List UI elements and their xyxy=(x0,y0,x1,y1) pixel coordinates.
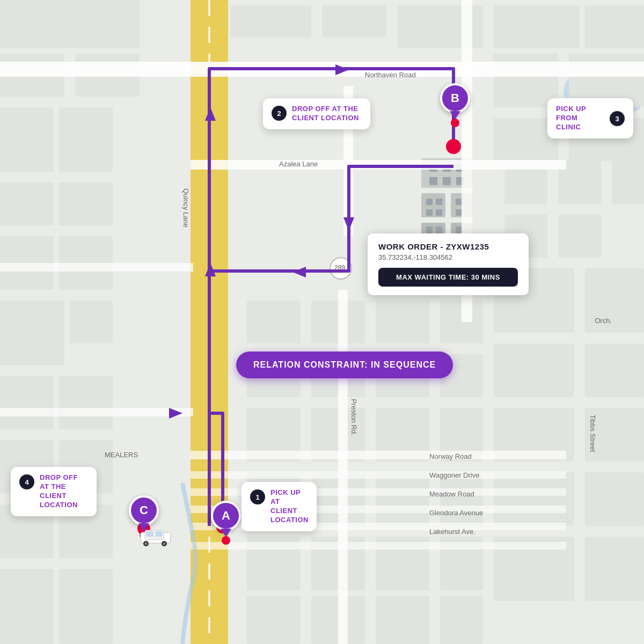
svg-rect-98 xyxy=(338,290,348,644)
svg-rect-48 xyxy=(585,268,644,333)
quincy-lane-label: Quincy Lane xyxy=(182,188,190,228)
svg-rect-76 xyxy=(440,472,483,526)
vehicle-icon xyxy=(140,528,172,546)
svg-rect-23 xyxy=(456,199,462,205)
svg-point-127 xyxy=(163,543,166,545)
svg-rect-40 xyxy=(70,301,113,343)
callout-dropoff-client-bottom: 4 DROP OFF AT THE CLIENT LOCATION xyxy=(11,467,97,516)
svg-rect-49 xyxy=(494,343,574,397)
relation-constraint-banner: RELATION CONSTRAINT: IN SEQUENCE xyxy=(236,352,453,378)
svg-rect-91 xyxy=(558,215,601,258)
svg-rect-25 xyxy=(436,209,442,216)
svg-rect-83 xyxy=(247,596,301,644)
svg-rect-89 xyxy=(612,161,644,204)
work-order-waiting-time: MAX WAITING TIME: 30 MINS xyxy=(378,268,518,287)
svg-rect-61 xyxy=(0,569,54,644)
svg-rect-69 xyxy=(376,301,429,343)
svg-rect-19 xyxy=(443,177,451,185)
northaven-road-label: Northaven Road xyxy=(365,71,416,79)
svg-point-125 xyxy=(145,543,148,545)
svg-rect-5 xyxy=(322,5,386,38)
marker-A: A xyxy=(211,501,241,545)
work-order-coords: 35.732234,-118.304562 xyxy=(378,253,518,261)
callout-pickup-client: 1 PICK UP AT CLIENT LOCATION xyxy=(241,482,317,531)
preston-road-label: Preston Rd. xyxy=(350,399,358,436)
callout-2-text: DROP OFF AT THE CLIENT LOCATION xyxy=(292,105,362,123)
callout-1-text: PICK UP AT CLIENT LOCATION xyxy=(270,488,309,525)
svg-rect-50 xyxy=(585,343,644,397)
svg-rect-123 xyxy=(156,531,162,537)
svg-rect-8 xyxy=(585,5,644,48)
svg-rect-122 xyxy=(146,531,153,537)
callout-4-text: DROP OFF AT THE CLIENT LOCATION xyxy=(40,473,88,510)
callout-3-text: PICK UP FROM CLINIC xyxy=(556,105,604,132)
azalea-lane-label: Azalea Lane xyxy=(279,160,318,168)
route-289-label: 289 xyxy=(334,264,345,272)
svg-rect-28 xyxy=(436,226,442,234)
callout-dropoff-client-top: 2 DROP OFF AT THE CLIENT LOCATION xyxy=(263,98,370,129)
svg-rect-99 xyxy=(0,263,193,272)
svg-rect-33 xyxy=(0,107,54,172)
tibbs-street-label: Tibbs Street xyxy=(589,415,597,452)
svg-rect-53 xyxy=(494,472,574,526)
svg-rect-94 xyxy=(0,62,644,77)
callout-1-number: 1 xyxy=(250,489,265,504)
svg-rect-96 xyxy=(191,160,566,170)
glendora-avenue-label: Glendora Avenue xyxy=(429,509,483,517)
svg-rect-75 xyxy=(376,472,429,526)
work-order-title: WORK ORDER - ZYXW1235 xyxy=(378,242,518,251)
callout-2-number: 2 xyxy=(272,106,287,121)
orchard-label: Orch. xyxy=(595,317,612,325)
svg-rect-86 xyxy=(440,596,483,644)
svg-rect-35 xyxy=(0,182,54,225)
waggoner-drive-label: Waggoner Drive xyxy=(429,471,479,479)
svg-rect-54 xyxy=(585,472,644,526)
svg-rect-26 xyxy=(456,209,462,216)
svg-rect-18 xyxy=(429,177,437,185)
marker-B: B xyxy=(440,83,470,127)
marker-A-circle: A xyxy=(211,501,241,531)
svg-rect-41 xyxy=(0,376,54,429)
svg-rect-4 xyxy=(231,5,311,38)
marker-A-dot xyxy=(222,536,230,545)
svg-rect-100 xyxy=(0,408,193,416)
svg-rect-63 xyxy=(247,301,301,343)
svg-rect-24 xyxy=(426,209,433,216)
svg-rect-56 xyxy=(585,537,644,601)
svg-rect-34 xyxy=(59,107,113,172)
svg-rect-42 xyxy=(59,376,113,429)
svg-rect-7 xyxy=(494,5,580,48)
callout-pickup-clinic: PICK UP FROM CLINIC 3 xyxy=(547,98,633,138)
svg-rect-102 xyxy=(191,471,566,479)
svg-rect-39 xyxy=(0,301,64,365)
callout-4-number: 4 xyxy=(19,474,34,489)
map-container: Northaven Road Azalea Lane Quincy Lane N… xyxy=(0,0,644,644)
svg-rect-27 xyxy=(426,226,433,234)
norway-road-label: Norway Road xyxy=(429,452,472,460)
svg-rect-101 xyxy=(191,451,566,459)
marker-B-dot xyxy=(451,119,459,127)
lakehurst-ave-label: Lakehurst Ave. xyxy=(429,528,475,536)
svg-rect-62 xyxy=(59,569,113,644)
svg-rect-106 xyxy=(191,542,566,550)
meadow-road-label: Meadow Road xyxy=(429,490,474,498)
svg-rect-1 xyxy=(0,0,140,48)
svg-rect-21 xyxy=(426,199,433,205)
marker-C-circle: C xyxy=(129,495,159,525)
work-order-popup: WORK ORDER - ZYXW1235 35.732234,-118.304… xyxy=(368,233,529,295)
svg-rect-29 xyxy=(456,226,462,234)
svg-rect-85 xyxy=(376,596,429,644)
mealers-label: MEALERS xyxy=(105,451,138,459)
marker-B-circle: B xyxy=(440,83,470,113)
svg-rect-36 xyxy=(59,182,113,225)
svg-rect-22 xyxy=(436,199,442,205)
callout-3-number: 3 xyxy=(610,111,625,126)
